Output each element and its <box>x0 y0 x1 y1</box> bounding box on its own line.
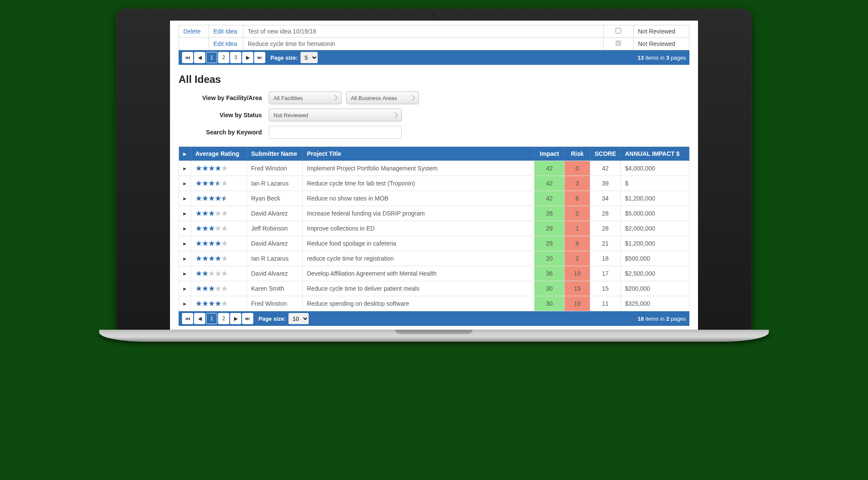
submitter-name: Fred Winston <box>247 296 303 311</box>
annual-impact: $1,200,000 <box>621 191 689 206</box>
project-title: Reduce cycle time for lab test (Troponin… <box>303 176 534 191</box>
my-ideas-table: DeleteEdit IdeaTest of new idea 10/19/18… <box>179 25 689 50</box>
col-impact[interactable]: Impact <box>534 147 565 161</box>
page-size-select[interactable]: 10 <box>288 313 309 324</box>
idea-title: Reduce cycle time for hematonin <box>243 38 604 50</box>
score-value: 42 <box>590 161 621 176</box>
expand-row-button[interactable]: ▸ <box>179 161 191 176</box>
project-title: Reduce food spoilage in cafeteria <box>303 236 534 251</box>
annual-impact: $500,000 <box>621 251 689 266</box>
table-row: Edit IdeaReduce cycle time for hematonin… <box>179 38 689 50</box>
rating-stars: ★★★★★ <box>195 255 228 262</box>
pager-page-button[interactable]: 3 <box>230 52 241 63</box>
facility-select[interactable]: All Facilities <box>269 91 342 104</box>
pager-info: 13 items in 3 pages <box>637 55 686 61</box>
delete-link[interactable]: Delete <box>183 28 200 35</box>
annual-impact: $325,000 <box>621 296 689 311</box>
pager-last-button[interactable]: ⏭ <box>254 52 265 63</box>
project-title: Reduce cycle time to deliver patient mea… <box>303 281 534 296</box>
pager-next-button[interactable]: ▶ <box>230 313 241 324</box>
table-row: ▸★★★★★David AlvarezDevelop Affiliation A… <box>179 266 689 281</box>
edit-idea-link[interactable]: Edit Idea <box>213 40 237 47</box>
submitter-name: Ryan Beck <box>247 191 303 206</box>
risk-value: 0 <box>565 161 590 176</box>
annual-impact: $200,000 <box>621 281 689 296</box>
impact-value: 20 <box>534 251 565 266</box>
annual-impact: $1,200,000 <box>621 236 689 251</box>
submitter-name: Jeff Robinson <box>247 221 303 236</box>
rating-stars: ★★★★★ <box>195 270 228 277</box>
risk-value: 19 <box>565 296 590 311</box>
pager-first-button[interactable]: ⏮ <box>182 52 193 63</box>
col-score[interactable]: SCORE <box>590 147 621 161</box>
table-row: ▸★★★★★Ian R Lazarusreduce cycle time for… <box>179 251 689 266</box>
col-project[interactable]: Project Title <box>303 147 534 161</box>
score-value: 34 <box>590 191 621 206</box>
impact-value: 42 <box>534 176 565 191</box>
rating-stars: ★★★★★ <box>195 195 228 202</box>
risk-value: 1 <box>565 221 590 236</box>
expand-row-button[interactable]: ▸ <box>179 251 191 266</box>
expand-row-button[interactable]: ▸ <box>179 176 191 191</box>
idea-status: Not Reviewed <box>634 25 689 38</box>
edit-idea-link[interactable]: Edit Idea <box>213 28 237 35</box>
all-ideas-grid: ▸ Average Rating Submitter Name Project … <box>179 146 689 311</box>
impact-value: 30 <box>534 281 565 296</box>
project-title: Develop Affiliation Agreement with Menta… <box>303 266 534 281</box>
submitter-name: David Alvarez <box>247 206 303 221</box>
annual-impact: $ <box>621 176 689 191</box>
pager-page-button[interactable]: 2 <box>218 313 229 324</box>
pager-prev-button[interactable]: ◀ <box>194 313 205 324</box>
rating-stars: ★★★★★ <box>195 210 228 217</box>
project-title: Reduce no show rates in MOB <box>303 191 534 206</box>
expand-row-button[interactable]: ▸ <box>179 236 191 251</box>
pager-page-button[interactable]: 2 <box>218 52 229 63</box>
rating-stars: ★★★★★ <box>195 165 228 172</box>
col-rating[interactable]: Average Rating <box>191 147 247 161</box>
expand-row-button[interactable]: ▸ <box>179 191 191 206</box>
search-label: Search by Keyword <box>183 129 269 136</box>
page-size-label: Page size: <box>258 316 286 322</box>
impact-value: 29 <box>534 236 565 251</box>
submitter-name: Ian R Lazarus <box>247 251 303 266</box>
idea-checkbox[interactable] <box>616 28 621 33</box>
table-row: ▸★★★★★Jeff RobinsonImprove collections i… <box>179 221 689 236</box>
annual-impact: $2,000,000 <box>621 221 689 236</box>
pager-last-button[interactable]: ⏭ <box>242 313 253 324</box>
submitter-name: David Alvarez <box>247 236 303 251</box>
expand-row-button[interactable]: ▸ <box>179 281 191 296</box>
score-value: 15 <box>590 281 621 296</box>
score-value: 28 <box>590 221 621 236</box>
annual-impact: $4,000,000 <box>621 161 689 176</box>
score-value: 18 <box>590 251 621 266</box>
expand-row-button[interactable]: ▸ <box>179 221 191 236</box>
idea-status: Not Reviewed <box>634 38 689 50</box>
expand-row-button[interactable]: ▸ <box>179 296 191 311</box>
score-value: 21 <box>590 236 621 251</box>
pager-first-button[interactable]: ⏮ <box>182 313 193 324</box>
col-risk[interactable]: Risk <box>565 147 590 161</box>
score-value: 17 <box>590 266 621 281</box>
filters-form: View by Facility/Area All Facilities All… <box>183 91 689 139</box>
impact-value: 28 <box>534 206 565 221</box>
pager-page-button[interactable]: 1 <box>206 52 217 63</box>
pager-prev-button[interactable]: ◀ <box>194 52 205 63</box>
impact-value: 29 <box>534 221 565 236</box>
risk-value: 19 <box>565 266 590 281</box>
table-row: ▸★★★★★Fred WinstonReduce spending on des… <box>179 296 689 311</box>
risk-value: 8 <box>565 191 590 206</box>
col-submitter[interactable]: Submitter Name <box>247 147 303 161</box>
expand-row-button[interactable]: ▸ <box>179 206 191 221</box>
page-size-select[interactable]: 5 <box>300 52 318 63</box>
pager-page-button[interactable]: 1 <box>206 313 217 324</box>
expand-row-button[interactable]: ▸ <box>179 266 191 281</box>
search-input[interactable] <box>269 126 402 139</box>
table-row: ▸★★★★★David AlvarezIncrease federal fund… <box>179 206 689 221</box>
pager-next-button[interactable]: ▶ <box>242 52 253 63</box>
col-annual[interactable]: ANNUAL IMPACT $ <box>621 147 689 161</box>
rating-stars: ★★★★★ <box>195 180 228 187</box>
business-area-select[interactable]: All Business Areas <box>346 91 419 104</box>
status-select[interactable]: Not Reviewed <box>269 109 402 122</box>
score-value: 11 <box>590 296 621 311</box>
expand-header[interactable]: ▸ <box>179 147 191 161</box>
